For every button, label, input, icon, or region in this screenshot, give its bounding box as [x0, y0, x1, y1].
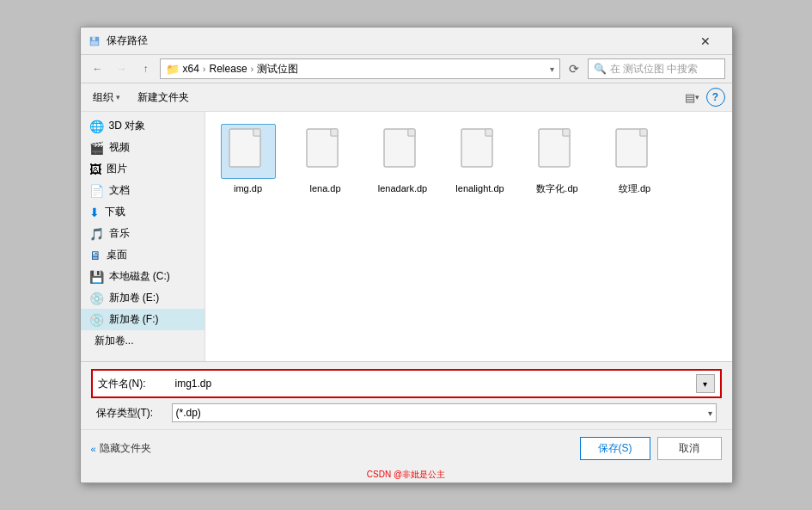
file-item-lena-dp[interactable]: lena.dp: [291, 120, 360, 198]
main-content: 🌐 3D 对象 🎬 视频 🖼 图片 📄 文档 ⬇ 下载 🎵 音乐: [81, 112, 732, 361]
file-icon-wrap: [375, 124, 430, 179]
organize-chevron: ▾: [116, 93, 120, 101]
folder-icon: 📁: [166, 63, 180, 76]
search-placeholder: 在 测试位图 中搜索: [610, 62, 699, 77]
desktop-icon: 🖥: [89, 249, 101, 262]
sidebar-item-label: 下载: [105, 205, 125, 219]
sidebar-item-desktop[interactable]: 🖥 桌面: [81, 244, 205, 266]
svg-rect-12: [563, 129, 570, 136]
new-folder-label: 新建文件夹: [137, 90, 189, 105]
file-icon: [537, 127, 578, 175]
sidebar-item-3d[interactable]: 🌐 3D 对象: [81, 115, 205, 137]
title-bar-left: 保存路径: [88, 34, 148, 48]
file-item-shuzihua-dp[interactable]: 数字化.dp: [523, 120, 592, 198]
svg-rect-1: [92, 36, 95, 40]
file-icon-wrap: [453, 124, 508, 179]
sidebar-item-label: 图片: [107, 162, 127, 176]
file-name: lena.dp: [309, 182, 340, 194]
toolbar: 组织 ▾ 新建文件夹 ▤ ▾ ?: [81, 83, 732, 112]
file-icon: [228, 127, 269, 175]
document-icon: 📄: [89, 184, 104, 198]
up-button[interactable]: ↑: [136, 58, 156, 79]
file-icon: [305, 127, 346, 175]
address-path[interactable]: 📁 x64 › Release › 测试位图 ▾: [160, 58, 560, 79]
sidebar-item-volf[interactable]: 💿 新加卷 (F:): [81, 309, 205, 330]
path-x64: x64: [183, 63, 199, 75]
search-box[interactable]: 🔍 在 测试位图 中搜索: [588, 58, 725, 79]
filename-input[interactable]: [174, 374, 689, 393]
help-button[interactable]: ?: [706, 88, 725, 107]
footer: « 隐藏文件夹 保存(S) 取消: [81, 429, 732, 467]
refresh-button[interactable]: ⟳: [564, 58, 584, 79]
file-icon-wrap: [530, 124, 585, 179]
filetype-select[interactable]: (*.dp) ▾: [172, 403, 717, 422]
cancel-button[interactable]: 取消: [657, 437, 722, 460]
sidebar-item-download[interactable]: ⬇ 下载: [81, 201, 205, 223]
file-icon-wrap: [298, 124, 353, 179]
filename-dropdown[interactable]: ▾: [696, 374, 715, 393]
sidebar-item-more[interactable]: 新加卷...: [81, 330, 205, 352]
filetype-value: (*.dp): [176, 407, 201, 419]
path-dropdown-icon: ▾: [550, 65, 554, 74]
new-folder-button[interactable]: 新建文件夹: [132, 89, 194, 107]
file-icon: [614, 127, 656, 175]
sidebar-item-label: 新加卷 (E:): [109, 291, 160, 305]
file-name: lenadark.dp: [378, 182, 428, 194]
file-item-lenadark-dp[interactable]: lenadark.dp: [369, 120, 437, 198]
footer-buttons: 保存(S) 取消: [580, 437, 722, 460]
file-name: img.dp: [234, 182, 262, 194]
file-item-wenli-dp[interactable]: 纹理.dp: [601, 120, 669, 198]
sidebar-item-document[interactable]: 📄 文档: [81, 180, 205, 201]
bottom-section: 文件名(N): ▾ 保存类型(T): (*.dp) ▾: [81, 361, 732, 429]
filename-row: 文件名(N): ▾: [91, 369, 722, 398]
sidebar-item-label: 文档: [109, 183, 130, 198]
file-item-img-dp[interactable]: img.dp: [214, 120, 283, 198]
view-icon: ▤: [685, 91, 695, 104]
save-button[interactable]: 保存(S): [580, 437, 650, 460]
video-icon: 🎬: [89, 141, 104, 155]
file-icon: [382, 127, 424, 175]
svg-rect-8: [408, 129, 415, 136]
vole-icon: 💿: [89, 292, 104, 305]
file-name: lenalight.dp: [455, 182, 504, 194]
sidebar-item-label: 3D 对象: [109, 119, 146, 133]
forward-button[interactable]: →: [112, 58, 132, 79]
sidebar-item-music[interactable]: 🎵 音乐: [81, 223, 205, 244]
sidebar-item-label: 本地磁盘 (C:): [109, 269, 170, 284]
file-name: 数字化.dp: [536, 182, 577, 194]
sidebar-item-vole[interactable]: 💿 新加卷 (E:): [81, 287, 205, 309]
address-bar: ← → ↑ 📁 x64 › Release › 测试位图 ▾ ⟳ 🔍 在 测试位…: [81, 55, 732, 83]
volf-icon: 💿: [89, 313, 104, 327]
hide-folder-toggle[interactable]: « 隐藏文件夹: [91, 441, 151, 456]
svg-rect-2: [90, 41, 98, 45]
search-icon: 🔍: [594, 63, 607, 75]
toolbar-right: ▤ ▾ ?: [682, 87, 725, 108]
view-chevron: ▾: [695, 93, 699, 101]
organize-label: 组织: [93, 90, 113, 105]
music-icon: 🎵: [89, 227, 104, 241]
hide-chevron-icon: «: [91, 444, 96, 454]
hide-folder-label: 隐藏文件夹: [100, 441, 151, 456]
sidebar-item-localc[interactable]: 💾 本地磁盘 (C:): [81, 266, 205, 287]
filetype-label: 保存类型(T):: [96, 406, 165, 421]
file-item-lenalight-dp[interactable]: lenalight.dp: [446, 120, 515, 198]
download-icon: ⬇: [89, 206, 100, 219]
localc-icon: 💾: [89, 270, 104, 284]
save-dialog: 保存路径 ✕ ← → ↑ 📁 x64 › Release › 测试位图 ▾ ⟳ …: [80, 27, 733, 483]
organize-button[interactable]: 组织 ▾: [88, 89, 125, 107]
svg-rect-14: [640, 129, 647, 136]
view-button[interactable]: ▤ ▾: [682, 87, 703, 108]
sidebar-item-label: 新加卷...: [95, 334, 134, 348]
file-area: img.dp lena.dp: [205, 112, 732, 361]
sidebar-item-picture[interactable]: 🖼 图片: [81, 158, 205, 180]
close-button[interactable]: ✕: [686, 28, 725, 55]
sidebar-item-video[interactable]: 🎬 视频: [81, 137, 205, 158]
picture-icon: 🖼: [89, 163, 101, 176]
3d-icon: 🌐: [89, 120, 104, 133]
filename-label: 文件名(N):: [98, 377, 167, 391]
sidebar-item-label: 新加卷 (F:): [109, 312, 159, 327]
svg-rect-6: [331, 129, 338, 136]
file-name: 纹理.dp: [619, 182, 650, 194]
sidebar: 🌐 3D 对象 🎬 视频 🖼 图片 📄 文档 ⬇ 下载 🎵 音乐: [81, 112, 205, 361]
back-button[interactable]: ←: [88, 58, 108, 79]
